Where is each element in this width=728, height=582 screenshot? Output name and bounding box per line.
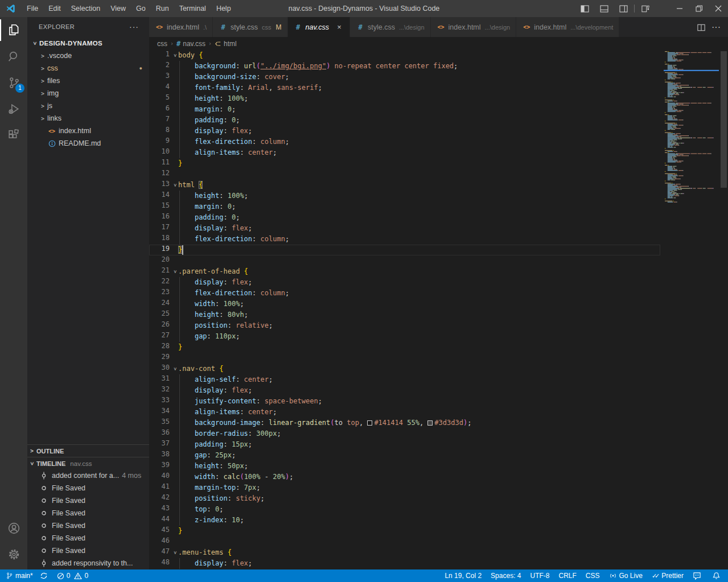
tab-index-html[interactable]: <>index.html.\ (149, 17, 213, 37)
code-line-30[interactable]: 30>.nav-cont { (149, 364, 660, 374)
code-line-22[interactable]: 22 display: flex; (149, 277, 660, 288)
code-line-43[interactable]: 43 top: 0; (149, 504, 660, 515)
tree-item-index-html[interactable]: <>index.html (27, 125, 149, 137)
timeline-section-header[interactable]: > TIMELINE nav.css (27, 457, 149, 469)
code-line-9[interactable]: 9 flex-direction: column; (149, 137, 660, 147)
tree-item-files[interactable]: >files (27, 75, 149, 87)
toggle-secondary-sidebar-icon[interactable] (614, 0, 633, 17)
code-line-27[interactable]: 27 gap: 110px; (149, 331, 660, 342)
code-line-29[interactable]: 29 (149, 353, 660, 364)
color-swatch[interactable] (427, 420, 433, 426)
code-line-2[interactable]: 2 background: url("../img/bgi.png") no-r… (149, 61, 660, 72)
code-line-20[interactable]: 20 (149, 255, 660, 266)
code-line-15[interactable]: 15 margin: 0; (149, 201, 660, 212)
code-line-41[interactable]: 41 margin-top: 7px; (149, 482, 660, 493)
code-line-5[interactable]: 5 height: 100%; (149, 93, 660, 104)
timeline-item[interactable]: File Saved (27, 519, 149, 532)
menu-item-edit[interactable]: Edit (43, 0, 66, 17)
timeline-item[interactable]: File Saved (27, 494, 149, 507)
code-line-7[interactable]: 7 padding: 0; (149, 115, 660, 126)
menu-item-file[interactable]: File (22, 0, 43, 17)
code-line-46[interactable]: 46 (149, 536, 660, 547)
menu-item-run[interactable]: Run (151, 0, 174, 17)
activity-bar-source-control[interactable]: 1 (0, 69, 27, 96)
problems-status[interactable]: 0 0 (57, 572, 88, 580)
close-button[interactable] (709, 0, 728, 17)
code-line-10[interactable]: 10 align-items: center; (149, 147, 660, 158)
git-branch-status[interactable]: main* (6, 572, 33, 580)
code-line-42[interactable]: 42 position: sticky; (149, 493, 660, 504)
code-line-32[interactable]: 32 display: flex; (149, 385, 660, 396)
code-line-31[interactable]: 31 align-self: center; (149, 374, 660, 385)
menu-item-selection[interactable]: Selection (66, 0, 105, 17)
code-line-4[interactable]: 4 font-family: Arial, sans-serif; (149, 82, 660, 93)
code-line-23[interactable]: 23 flex-direction: column; (149, 288, 660, 299)
code-line-8[interactable]: 8 display: flex; (149, 126, 660, 137)
code-line-26[interactable]: 26 position: relative; (149, 320, 660, 331)
indentation-status[interactable]: Spaces: 4 (491, 572, 521, 580)
outline-section-header[interactable]: > OUTLINE (27, 444, 149, 457)
code-line-25[interactable]: 25 height: 80vh; (149, 309, 660, 320)
toggle-panel-icon[interactable] (594, 0, 614, 17)
code-line-44[interactable]: 44 z-index: 10; (149, 515, 660, 526)
code-line-13[interactable]: 13>html { (149, 180, 660, 191)
tree-item-css[interactable]: >css● (27, 62, 149, 75)
breadcrumb-item-nav-css[interactable]: nav.css (183, 40, 205, 48)
code-line-12[interactable]: 12 (149, 169, 660, 180)
code-line-24[interactable]: 24 width: 100%; (149, 299, 660, 309)
close-tab-icon[interactable]: × (335, 23, 344, 31)
menu-item-view[interactable]: View (105, 0, 131, 17)
tab-nav-css[interactable]: #nav.css× (288, 17, 350, 37)
code-line-21[interactable]: 21>.parent-of-head { (149, 266, 660, 277)
tab-index-html[interactable]: <>index.html...\design (431, 17, 517, 37)
sync-changes-button[interactable] (40, 572, 50, 580)
encoding-status[interactable]: UTF-8 (530, 572, 549, 580)
activity-bar-explorer[interactable] (0, 17, 27, 43)
menu-item-terminal[interactable]: Terminal (174, 0, 211, 17)
timeline-item[interactable]: File Saved (27, 482, 149, 494)
tree-item-js[interactable]: >js (27, 100, 149, 112)
code-line-19[interactable]: 19} (149, 245, 660, 255)
minimize-button[interactable] (670, 0, 689, 17)
customize-layout-icon[interactable] (636, 0, 655, 17)
code-editor[interactable]: 1>body {2 background: url("../img/bgi.pn… (149, 50, 728, 569)
code-line-18[interactable]: 18 flex-direction: column; (149, 234, 660, 245)
code-line-28[interactable]: 28} (149, 342, 660, 353)
code-line-11[interactable]: 11} (149, 158, 660, 169)
prettier-status[interactable]: ✓✓ Prettier (652, 572, 684, 580)
code-line-45[interactable]: 45} (149, 526, 660, 536)
menu-item-go[interactable]: Go (131, 0, 151, 17)
tree-item-readme-md[interactable]: README.md (27, 137, 149, 150)
activity-bar-extensions[interactable] (0, 122, 27, 148)
tree-item-links[interactable]: >links (27, 112, 149, 125)
timeline-item[interactable]: File Saved (27, 532, 149, 544)
menu-item-help[interactable]: Help (211, 0, 236, 17)
activity-bar-search[interactable] (0, 43, 27, 69)
code-line-39[interactable]: 39 height: 50px; (149, 461, 660, 472)
eol-status[interactable]: CRLF (558, 572, 576, 580)
code-line-17[interactable]: 17 display: flex; (149, 223, 660, 234)
vertical-scrollbar[interactable] (721, 51, 727, 188)
explorer-actions-icon[interactable]: ··· (129, 17, 139, 37)
tree-item-img[interactable]: >img (27, 87, 149, 100)
cursor-position-status[interactable]: Ln 19, Col 2 (445, 572, 482, 580)
timeline-item[interactable]: added content for a...4 mos (27, 469, 149, 482)
code-line-37[interactable]: 37 padding: 15px; (149, 439, 660, 450)
timeline-item[interactable]: File Saved (27, 507, 149, 519)
code-line-35[interactable]: 35 background-image: linear-gradient(to … (149, 418, 660, 428)
split-editor-icon[interactable] (694, 22, 709, 32)
explorer-root-folder[interactable]: > DESIGN-DYNAMOS (27, 37, 149, 49)
breadcrumb-item-html[interactable]: html (224, 40, 237, 48)
activity-bar-accounts[interactable] (0, 515, 27, 541)
color-swatch[interactable] (367, 420, 372, 426)
notifications-bell-icon[interactable] (713, 572, 722, 580)
more-actions-icon[interactable]: ··· (709, 22, 723, 32)
activity-bar-settings[interactable] (0, 541, 27, 567)
toggle-primary-sidebar-icon[interactable] (575, 0, 594, 17)
language-mode-status[interactable]: CSS (586, 572, 600, 580)
code-line-33[interactable]: 33 justify-content: space-between; (149, 396, 660, 407)
tab-index-html[interactable]: <>index.html...\development (516, 17, 619, 37)
code-line-47[interactable]: 47>.menu-items { (149, 547, 660, 558)
tab-style-css[interactable]: #style.css...\design (350, 17, 431, 37)
breadcrumb-item-css[interactable]: css (157, 40, 167, 48)
